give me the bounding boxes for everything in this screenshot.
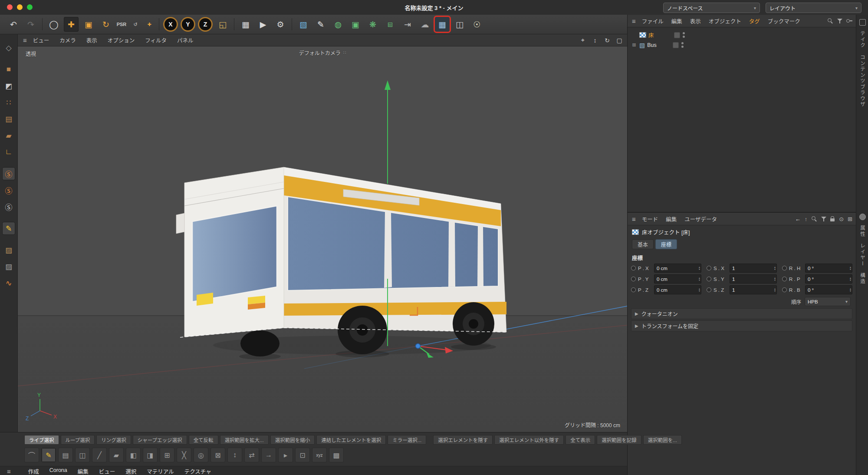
filter-icon[interactable] <box>821 216 826 222</box>
menu-icon[interactable]: ≡ <box>23 36 27 44</box>
align-tool-icon[interactable]: ▸ <box>278 448 293 462</box>
toggle-view-icon[interactable]: ▢ <box>615 36 624 45</box>
selection-command-button[interactable]: 選択範囲を拡大... <box>220 435 269 445</box>
collapsed-section[interactable]: ▶ クォータニオン <box>631 308 852 319</box>
selection-command-button[interactable]: ループ選択 <box>61 435 95 445</box>
rotation-order-select[interactable]: HPB ▾ <box>805 297 851 306</box>
lock-workplane-icon[interactable]: ▨ <box>2 260 15 273</box>
attribute-tab[interactable]: 座標 <box>655 239 677 249</box>
viewport-menu-item[interactable]: オプション <box>108 36 135 44</box>
stepper-icon[interactable]: ▴▾ <box>699 288 700 292</box>
floor-object-icon[interactable]: ▦ <box>435 17 450 32</box>
live-selection-icon[interactable]: ◯ <box>46 17 61 32</box>
selection-command-button[interactable]: 選択エレメントを隠す <box>433 435 493 445</box>
slide-tool-icon[interactable]: ↕ <box>227 448 242 462</box>
toolbar-icon[interactable] <box>234 18 234 30</box>
attribute-manager-menu-item[interactable]: ユーザデータ <box>684 215 717 223</box>
scale-field[interactable]: 1 ▴▾ <box>730 264 777 273</box>
object-name[interactable]: 床 <box>648 31 667 39</box>
position-field[interactable]: 0 cm ▴▾ <box>654 285 701 294</box>
quantize-tool-icon[interactable]: ▩ <box>329 448 344 462</box>
rotate-view-icon[interactable]: ↻ <box>603 36 612 45</box>
object-name[interactable]: Bus <box>647 42 666 48</box>
bottom-menu-item[interactable]: 編集 <box>78 467 89 475</box>
selection-command-button[interactable]: 全て表示 <box>566 435 595 445</box>
keyframe-dot-icon[interactable] <box>782 277 787 281</box>
position-field[interactable]: 0 cm ▴▾ <box>654 264 701 273</box>
polygons-mode-icon[interactable]: ▰ <box>2 129 15 142</box>
dock-tab[interactable]: レイヤー <box>859 243 866 267</box>
key-icon[interactable] <box>846 18 852 24</box>
render-picture-viewer-icon[interactable]: ▶ <box>256 17 270 32</box>
menu-icon[interactable]: ≡ <box>632 215 636 223</box>
snap-dynamic-icon[interactable]: Ⓢ <box>2 200 15 213</box>
swap-tool-icon[interactable]: ⇄ <box>244 448 259 462</box>
target-icon[interactable]: ⊙ <box>839 216 844 222</box>
inner-extrude-tool-icon[interactable]: ◧ <box>126 448 141 462</box>
lock-icon[interactable] <box>830 216 835 222</box>
object-manager-menu-item[interactable]: 表示 <box>690 17 701 25</box>
scale-tool-icon[interactable]: ▣ <box>81 17 96 32</box>
bottom-menu-item[interactable]: テクスチャ <box>184 467 211 475</box>
bevel-tool-icon[interactable]: ◨ <box>143 448 158 462</box>
light-object-icon[interactable]: ☉ <box>470 17 484 32</box>
position-field[interactable]: 0 cm ▴▾ <box>654 274 701 284</box>
knife-tool-icon[interactable]: ╱ <box>92 448 107 462</box>
snap-settings-icon[interactable]: Ⓢ <box>2 167 15 180</box>
environment-object-icon[interactable]: ☁ <box>418 17 432 32</box>
scale-field[interactable]: 1 ▴▾ <box>730 274 777 284</box>
object-row-bus[interactable]: ⊞ ▧ Bus <box>628 40 856 50</box>
toolbar-icon[interactable] <box>292 18 292 30</box>
selection-command-button[interactable]: 全て反転 <box>189 435 218 445</box>
generator-cube-icon[interactable]: ▣ <box>348 17 363 32</box>
selection-command-button[interactable]: 選択範囲を... <box>643 435 682 445</box>
collapsed-section[interactable]: ▶ トランスフォームを固定 <box>631 320 852 331</box>
rotation-field[interactable]: 0 ° ▴▾ <box>805 274 852 284</box>
dock-tab[interactable]: 構造 <box>859 273 866 284</box>
visibility-dots-icon[interactable] <box>681 42 684 48</box>
rotation-field[interactable]: 0 ° ▴▾ <box>805 285 852 294</box>
bottom-menu-item[interactable]: Corona <box>49 467 67 475</box>
dock-tab[interactable]: 属性 <box>859 225 866 237</box>
instance-object-icon[interactable]: ⧈ <box>383 17 398 32</box>
render-view-icon[interactable]: ▦ <box>238 17 253 32</box>
stepper-icon[interactable]: ▴▾ <box>850 266 851 270</box>
viewport-menu-item[interactable]: ビュー <box>33 36 49 44</box>
selection-command-button[interactable]: ミラー選択... <box>388 435 426 445</box>
edit-toggle-icon[interactable] <box>674 32 680 38</box>
keyframe-dot-icon[interactable] <box>631 277 636 281</box>
extrude-tool-icon[interactable]: ▰ <box>109 448 124 462</box>
subdivide-tool-icon[interactable]: ⊞ <box>160 448 174 462</box>
dock-tab[interactable]: コンテンツブラウザ <box>859 55 866 108</box>
up-arrow-icon[interactable]: ↑ <box>805 216 808 222</box>
keyframe-dot-icon[interactable] <box>782 266 787 270</box>
search-icon[interactable] <box>827 18 833 24</box>
psr-icon[interactable]: PSR <box>116 17 127 32</box>
edit-toggle-icon[interactable] <box>673 42 679 48</box>
camera-menu-icon[interactable]: ∷ <box>343 50 346 55</box>
points-mode-icon[interactable]: ∷ <box>2 96 15 109</box>
viewport-menu-item[interactable]: 表示 <box>86 36 97 44</box>
redo-icon[interactable]: ↷ <box>23 17 38 32</box>
selection-command-button[interactable]: 連結したエレメントを選択 <box>316 435 386 445</box>
keyframe-dot-icon[interactable] <box>631 266 636 270</box>
xyz-toggle-icon[interactable]: xyz <box>312 448 327 462</box>
rotate-tool-icon[interactable]: ↻ <box>99 17 113 32</box>
paint-tool-icon[interactable]: ✎ <box>2 222 15 235</box>
dock-page-icon[interactable] <box>859 19 866 26</box>
selection-command-button[interactable]: シャープエッジ選択 <box>133 435 187 445</box>
camera-object-icon[interactable]: ◫ <box>452 17 467 32</box>
bottom-menu-item[interactable]: 作成 <box>28 467 39 475</box>
keyframe-dot-icon[interactable] <box>631 287 636 292</box>
object-toggles[interactable] <box>674 32 685 38</box>
3d-scene[interactable]: Y X Z <box>18 46 627 432</box>
scale-field[interactable]: 1 ▴▾ <box>730 285 777 294</box>
coordinate-system-icon[interactable]: ◱ <box>215 17 230 32</box>
keyframe-dot-icon[interactable] <box>707 277 711 281</box>
attribute-tab[interactable]: 基本 <box>632 239 654 249</box>
visibility-dots-icon[interactable] <box>683 32 685 38</box>
deformer-icon[interactable]: ⇥ <box>400 17 415 32</box>
viewport-menu-item[interactable]: カメラ <box>59 36 76 44</box>
y-axis-lock-icon[interactable]: Y <box>181 17 195 32</box>
z-axis-lock-icon[interactable]: Z <box>198 17 213 32</box>
